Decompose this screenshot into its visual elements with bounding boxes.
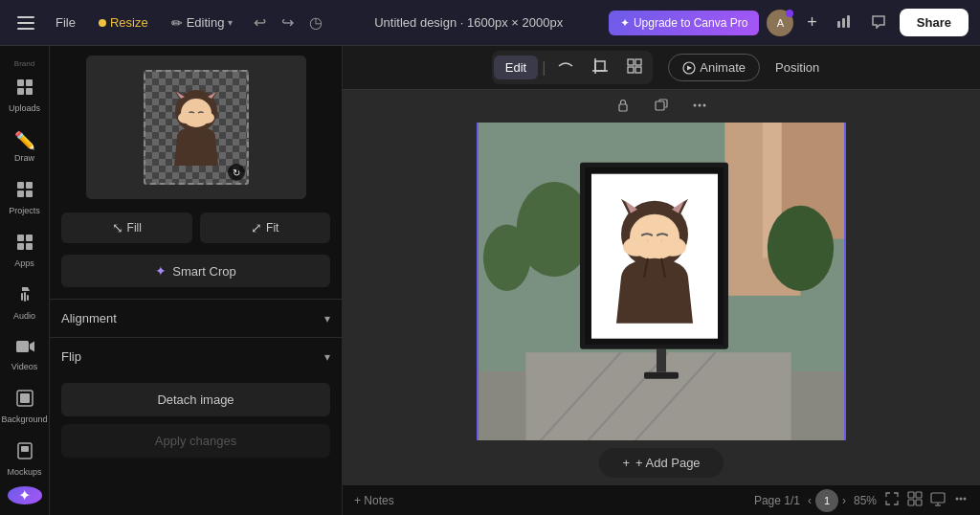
fit-to-screen-button[interactable] <box>884 491 900 509</box>
svg-rect-11 <box>26 182 33 189</box>
upgrade-button[interactable]: ✦ Upgrade to Canva Pro <box>609 11 759 35</box>
svg-rect-25 <box>21 446 29 452</box>
apply-button: Apply changes <box>61 424 330 458</box>
magic-button[interactable]: ✦ <box>8 486 42 504</box>
bottom-right: Page 1/1 ‹ 1 › 85% <box>754 489 969 512</box>
svg-rect-72 <box>664 238 669 247</box>
comment-button[interactable] <box>865 10 892 36</box>
svg-rect-13 <box>26 190 33 197</box>
menu-button[interactable] <box>11 12 40 34</box>
svg-rect-7 <box>26 79 33 86</box>
position-button[interactable]: Position <box>764 55 831 80</box>
audio-icon <box>15 285 34 309</box>
svg-point-52 <box>768 206 834 291</box>
sidebar-item-projects[interactable]: Projects <box>3 172 47 223</box>
svg-rect-0 <box>17 16 34 18</box>
editing-button[interactable]: ✏ Editing ▾ <box>164 11 241 34</box>
svg-rect-40 <box>635 67 641 73</box>
present-button[interactable] <box>930 491 946 509</box>
billboard-frame <box>580 163 728 349</box>
topbar-right: ✦ Upgrade to Canva Pro A + Share <box>609 9 969 36</box>
avatar[interactable]: A <box>767 10 793 36</box>
duplicate-button[interactable] <box>646 94 677 120</box>
add-collaborator-button[interactable]: + <box>801 9 823 36</box>
sidebar-item-uploads[interactable]: Uploads <box>3 70 47 121</box>
resize-label: Resize <box>110 15 148 30</box>
avatar-initial: A <box>777 17 784 29</box>
page-dot-active[interactable]: 1 <box>815 489 838 512</box>
add-page-button[interactable]: + + Add Page <box>599 448 723 478</box>
billboard-white-board <box>591 173 718 338</box>
line-tool-button[interactable] <box>549 53 582 82</box>
toolbar-separator-1: | <box>540 59 547 77</box>
billboard-pole <box>657 349 666 372</box>
prev-page-button[interactable]: ‹ <box>808 494 812 507</box>
sidebar-item-apps[interactable]: Apps <box>3 225 47 276</box>
svg-rect-39 <box>628 67 634 73</box>
svg-rect-43 <box>656 101 664 110</box>
stats-button[interactable] <box>831 10 858 36</box>
apps-icon <box>15 233 34 257</box>
svg-rect-73 <box>670 237 675 247</box>
file-menu-button[interactable]: File <box>48 11 83 34</box>
svg-rect-5 <box>847 15 850 28</box>
animate-button[interactable]: Animate <box>668 54 760 81</box>
brand-label: Brand <box>11 59 38 68</box>
svg-rect-69 <box>628 239 633 249</box>
sidebar-item-draw[interactable]: ✏️ Draw <box>3 123 47 170</box>
editing-label: Editing <box>187 15 225 30</box>
svg-rect-3 <box>837 21 840 28</box>
svg-point-84 <box>956 498 959 501</box>
svg-point-46 <box>703 103 706 106</box>
svg-rect-23 <box>20 393 30 403</box>
design-title: Untitled design · 1600px × 2000px <box>374 15 563 30</box>
add-page-bar: + + Add Page <box>343 440 980 484</box>
apps-label: Apps <box>14 258 34 268</box>
next-page-button[interactable]: › <box>842 494 846 507</box>
undo-button[interactable]: ↩ <box>248 10 272 35</box>
svg-rect-21 <box>16 341 29 352</box>
canvas-viewport[interactable] <box>343 123 980 440</box>
flip-chevron-icon: ▾ <box>324 350 330 364</box>
uploads-label: Uploads <box>9 103 40 113</box>
timer-button[interactable]: ◷ <box>303 10 328 35</box>
grid-view-button[interactable] <box>907 491 923 509</box>
sidebar-item-videos[interactable]: Videos <box>3 330 47 379</box>
flip-header[interactable]: Flip ▾ <box>61 346 330 368</box>
billboard-base <box>644 372 679 379</box>
notes-button[interactable]: + Notes <box>354 494 394 507</box>
flip-title: Flip <box>61 349 81 364</box>
smart-crop-button[interactable]: ✦ Smart Crop <box>61 255 330 287</box>
more-bottom-button[interactable] <box>953 491 969 509</box>
share-button[interactable]: Share <box>900 9 969 36</box>
svg-rect-4 <box>842 18 845 28</box>
sidebar-item-mockups[interactable]: Mockups <box>3 434 47 484</box>
svg-rect-42 <box>619 104 627 111</box>
projects-label: Projects <box>9 206 40 215</box>
svg-rect-8 <box>17 88 24 95</box>
fit-button[interactable]: ⤢ Fit <box>200 213 331 243</box>
edit-button[interactable]: Edit <box>494 56 538 79</box>
redo-button[interactable]: ↪ <box>276 10 300 35</box>
page-indicator: Page 1/1 <box>754 494 800 507</box>
svg-rect-6 <box>17 79 24 86</box>
svg-point-44 <box>694 103 697 106</box>
panel-actions: ⤡ Fill ⤢ Fit <box>50 209 342 247</box>
detach-button[interactable]: Detach image <box>61 383 330 416</box>
svg-rect-10 <box>17 182 24 189</box>
alignment-header[interactable]: Alignment ▾ <box>61 307 330 329</box>
svg-point-86 <box>964 498 967 501</box>
more-options-button[interactable] <box>684 94 715 120</box>
fill-button[interactable]: ⤡ Fill <box>61 213 192 243</box>
grid-tool-button[interactable] <box>618 53 651 82</box>
svg-rect-79 <box>908 500 914 505</box>
sidebar-item-background[interactable]: Background <box>3 381 47 432</box>
sparkle-icon: ✦ <box>155 263 167 279</box>
lock-button[interactable] <box>608 94 638 120</box>
draw-icon: ✏️ <box>14 130 35 151</box>
crop-tool-button[interactable] <box>584 53 616 82</box>
resize-button[interactable]: Resize <box>91 11 156 34</box>
preview-refresh-icon[interactable]: ↻ <box>228 164 245 181</box>
svg-rect-71 <box>639 238 644 247</box>
sidebar-item-audio[interactable]: Audio <box>3 278 47 328</box>
